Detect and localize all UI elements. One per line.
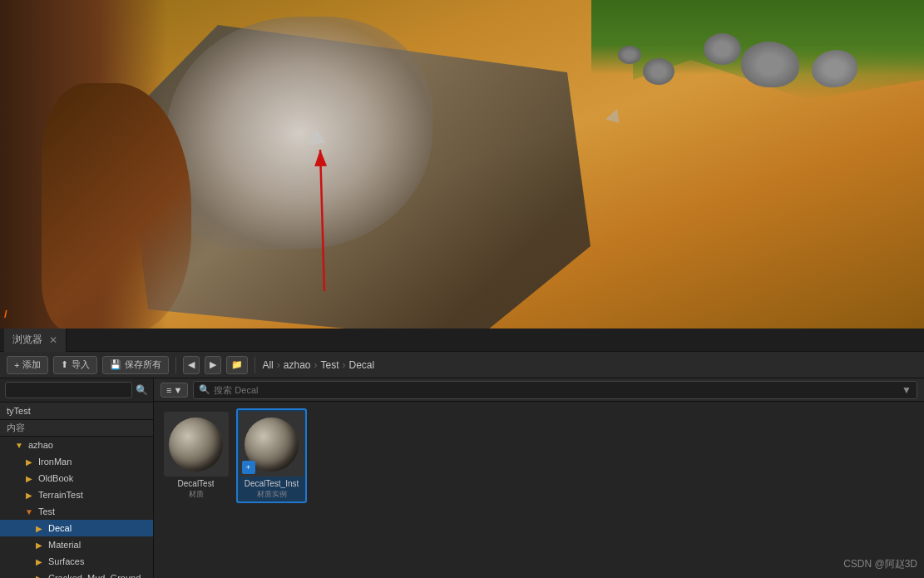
tab-close-icon[interactable]: ✕ — [49, 334, 57, 346]
asset-type-2: 材质实例 — [257, 489, 287, 500]
folder-icon: ▶ — [33, 522, 45, 534]
folder-icon: ▶ — [33, 539, 45, 551]
breadcrumb-all[interactable]: All — [262, 359, 273, 371]
toolbar-sep-2 — [254, 357, 255, 373]
save-all-button[interactable]: 💾 保存所有 — [102, 356, 169, 374]
save-all-label: 保存所有 — [125, 358, 161, 371]
breadcrumb-test[interactable]: Test — [320, 359, 338, 371]
watermark: CSDN @阿赵3D — [843, 557, 917, 571]
sidebar-item-oldbook[interactable]: ▶ OldBook — [0, 470, 153, 487]
asset-thumbnail-1 — [164, 412, 229, 477]
main-content: ≡ ▼ 🔍 ▼ DecalTest 材质 — [154, 378, 924, 578]
breadcrumb-sep-3: › — [343, 359, 346, 371]
folder-icon: ▶ — [23, 472, 35, 484]
sort-icon: ≡ — [166, 385, 171, 395]
folder-icon: ▶ — [33, 556, 45, 567]
rock-2 — [812, 50, 857, 87]
sidebar-search-input[interactable] — [5, 382, 132, 398]
tab-bar: 浏览器 ✕ — [0, 329, 924, 352]
folder-icon: ▶ — [23, 456, 35, 467]
folder-icon: ▶ — [33, 572, 45, 578]
sidebar-title: tyTest — [0, 403, 153, 420]
sidebar-tree: ▼ azhao ▶ IronMan ▶ OldBook ▶ TerrainTes… — [0, 437, 153, 578]
watermark-text: CSDN @阿赵3D — [843, 558, 917, 570]
toolbar: + 添加 ⬆ 导入 💾 保存所有 ◀ ▶ 📁 All › azhao › Tes… — [0, 352, 924, 378]
rock-1 — [741, 42, 799, 87]
asset-name-2: DecalTest_Inst — [245, 479, 299, 489]
add-button[interactable]: + 添加 — [7, 356, 48, 374]
sidebar-item-test[interactable]: ▼ Test — [0, 503, 153, 520]
breadcrumb-azhao[interactable]: azhao — [284, 359, 311, 371]
search-bar[interactable]: 🔍 ▼ — [193, 381, 917, 399]
asset-item-decaltest-inst[interactable]: + DecalTest_Inst 材质实例 — [236, 408, 307, 503]
sidebar-item-decal[interactable]: ▶ Decal — [0, 520, 153, 536]
annotation-arrow — [274, 141, 374, 308]
folder-icon: ▼ — [23, 506, 35, 517]
sidebar-search-icon: 🔍 — [136, 384, 148, 396]
search-input[interactable] — [214, 385, 898, 395]
coord-indicator: / — [4, 308, 7, 320]
folder-icon: 📁 — [231, 359, 243, 370]
asset-type-icon: + — [242, 461, 255, 474]
search-dropdown-icon[interactable]: ▼ — [902, 384, 912, 396]
add-label: 添加 — [22, 358, 41, 371]
sidebar-item-terraintest[interactable]: ▶ TerrainTest — [0, 487, 153, 503]
sidebar-item-surfaces[interactable]: ▶ Surfaces — [0, 553, 153, 570]
rock-4 — [643, 58, 674, 85]
bottom-panel: 浏览器 ✕ + 添加 ⬆ 导入 💾 保存所有 ◀ ▶ 📁 All — [0, 329, 924, 578]
sort-dropdown-icon: ▼ — [173, 385, 182, 395]
tab-label: 浏览器 — [12, 333, 42, 347]
sphere-thumb-1 — [169, 417, 223, 472]
sidebar-subtitle: 内容 — [0, 420, 153, 437]
save-icon: 💾 — [110, 359, 121, 370]
breadcrumb: All › azhao › Test › Decal — [262, 359, 917, 371]
asset-item-decaltest[interactable]: DecalTest 材质 — [161, 408, 231, 503]
asset-type-1: 材质 — [189, 489, 204, 500]
folder-button[interactable]: 📁 — [226, 356, 248, 374]
nav-back-button[interactable]: ◀ — [183, 356, 200, 374]
breadcrumb-sep-1: › — [277, 359, 280, 371]
sidebar: 🔍 tyTest 内容 ▼ azhao ▶ IronMan ▶ — [0, 378, 154, 578]
breadcrumb-decal[interactable]: Decal — [349, 359, 375, 371]
sidebar-item-ironman[interactable]: ▶ IronMan — [0, 453, 153, 470]
breadcrumb-sep-2: › — [314, 359, 317, 371]
toolbar-separator — [175, 357, 176, 373]
svg-line-1 — [320, 150, 324, 291]
sidebar-item-material[interactable]: ▶ Material — [0, 536, 153, 553]
browser-tab[interactable]: 浏览器 ✕ — [4, 329, 67, 352]
viewport: / — [0, 0, 924, 329]
sidebar-search-bar: 🔍 — [0, 378, 153, 403]
nav-back-icon: ◀ — [188, 359, 195, 370]
add-icon: + — [14, 360, 19, 370]
folder-icon: ▶ — [23, 489, 35, 501]
asset-grid: DecalTest 材质 + DecalTest_Inst 材质实例 — [154, 402, 924, 578]
nav-forward-button[interactable]: ▶ — [205, 356, 221, 374]
sidebar-item-azhao[interactable]: ▼ azhao — [0, 437, 153, 453]
content-area: 🔍 tyTest 内容 ▼ azhao ▶ IronMan ▶ — [0, 378, 924, 578]
sidebar-item-cracked[interactable]: ▶ Cracked_Mud_Ground — [0, 570, 153, 578]
asset-thumbnail-2: + — [240, 412, 304, 477]
content-search-bar: ≡ ▼ 🔍 ▼ — [154, 378, 924, 402]
import-label: 导入 — [72, 358, 90, 371]
import-icon: ⬆ — [61, 359, 68, 370]
asset-name-1: DecalTest — [178, 479, 215, 489]
import-button[interactable]: ⬆ 导入 — [53, 356, 97, 374]
rock-5 — [618, 46, 641, 64]
folder-icon: ▼ — [13, 439, 25, 451]
nav-forward-icon: ▶ — [210, 359, 216, 370]
terrain-detail — [42, 83, 191, 329]
sort-button[interactable]: ≡ ▼ — [161, 383, 188, 398]
rock-3 — [704, 33, 741, 65]
search-icon: 🔍 — [199, 384, 210, 395]
